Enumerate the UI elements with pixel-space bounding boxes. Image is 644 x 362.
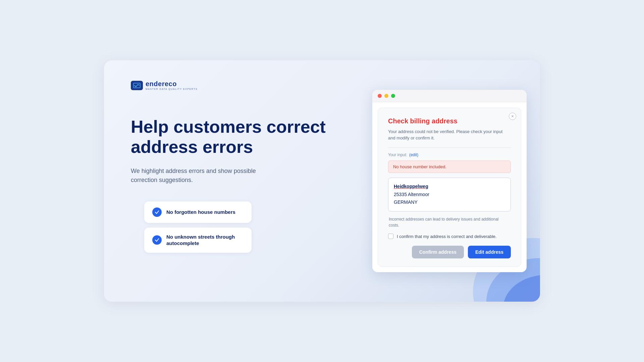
left-content: endereco MASTER DATA QUALITY EXPERTS Hel…: [104, 60, 366, 302]
modal-description: Your address could not be verified. Plea…: [388, 128, 511, 141]
hero-title: Help customers correct address errors: [131, 117, 349, 157]
input-label: Your input:: [388, 153, 407, 157]
confirm-address-button[interactable]: Confirm address: [412, 246, 464, 258]
feature-card-1: No forgotten house numbers: [144, 201, 252, 223]
address-city: 25335 Altenmoor: [394, 191, 505, 199]
feature-text-1: No forgotten house numbers: [166, 209, 235, 216]
feature-check-2: [152, 235, 162, 245]
input-label-row: Your input: (edit): [388, 147, 511, 157]
browser-dot-green[interactable]: [391, 94, 395, 98]
confirm-checkbox-label: I confirm that my address is correct and…: [397, 234, 497, 239]
confirm-checkbox-row: I confirm that my address is correct and…: [388, 234, 511, 239]
address-street: Heidkoppelweg: [394, 183, 505, 191]
browser-dot-yellow[interactable]: [384, 94, 388, 98]
logo: endereco MASTER DATA QUALITY EXPERTS: [131, 80, 349, 90]
address-country: GERMANY: [394, 198, 505, 206]
browser-bar: [372, 90, 527, 102]
browser-window: × Check billing address Your address cou…: [372, 90, 527, 272]
error-message: No house number included.: [393, 164, 446, 169]
main-card: endereco MASTER DATA QUALITY EXPERTS Hel…: [104, 60, 540, 302]
logo-tagline: MASTER DATA QUALITY EXPERTS: [146, 88, 198, 90]
feature-text-2: No unknown streets through autocomplete: [166, 234, 244, 247]
feature-check-1: [152, 207, 162, 217]
edit-link[interactable]: (edit): [409, 153, 418, 157]
delivery-warning: Incorrect addresses can lead to delivery…: [388, 216, 511, 228]
feature-card-2: No unknown streets through autocomplete: [144, 228, 252, 253]
error-banner: No house number included.: [388, 161, 511, 173]
hero-subtitle: We highlight address errors and show pos…: [131, 167, 272, 185]
modal-title: Check billing address: [388, 117, 511, 125]
logo-text-wrap: endereco MASTER DATA QUALITY EXPERTS: [146, 80, 198, 90]
logo-icon: [131, 81, 143, 90]
edit-address-button[interactable]: Edit address: [468, 246, 511, 258]
button-row: Confirm address Edit address: [388, 246, 511, 258]
address-box: Heidkoppelweg 25335 Altenmoor GERMANY: [388, 178, 511, 212]
close-icon: ×: [511, 114, 514, 119]
close-button[interactable]: ×: [509, 113, 516, 120]
logo-name: endereco: [146, 80, 198, 87]
right-content: × Check billing address Your address cou…: [366, 60, 540, 302]
confirm-checkbox[interactable]: [388, 234, 393, 239]
browser-dot-red[interactable]: [378, 94, 382, 98]
modal-content: × Check billing address Your address cou…: [378, 108, 521, 267]
feature-cards: No forgotten house numbers No unknown st…: [144, 201, 349, 253]
